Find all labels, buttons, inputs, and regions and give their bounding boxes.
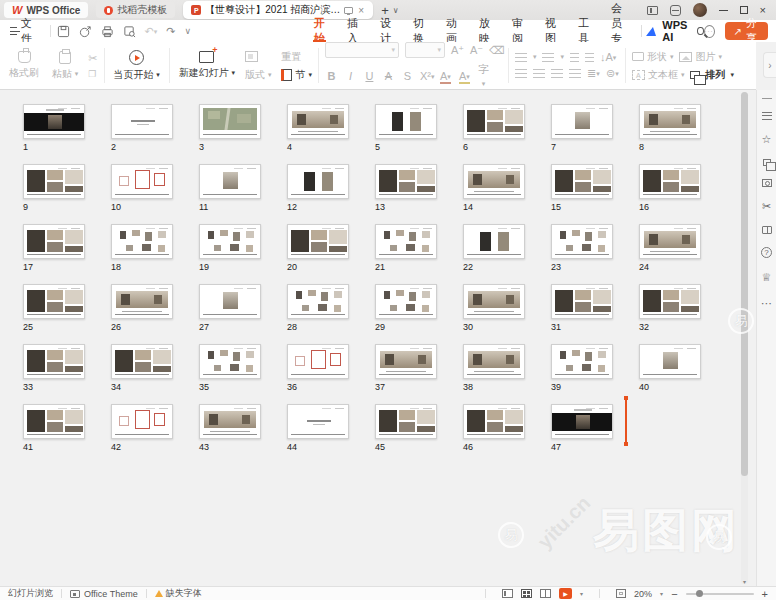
zoom-slider[interactable]: [686, 593, 754, 595]
slide-thumbnail[interactable]: [287, 284, 349, 319]
slide-thumbnail[interactable]: [111, 344, 173, 379]
slide-thumbnail[interactable]: [111, 104, 173, 139]
slide-thumbnail[interactable]: [463, 104, 525, 139]
bold-button[interactable]: B: [325, 70, 338, 82]
slide-thumbnail[interactable]: [375, 104, 437, 139]
slide-thumbnail[interactable]: [551, 164, 613, 199]
slide-thumbnail[interactable]: [463, 344, 525, 379]
zoom-in-button[interactable]: +: [762, 588, 768, 600]
line-spacing-icon[interactable]: ≣▾: [587, 67, 600, 80]
decrease-indent-icon[interactable]: [570, 53, 579, 62]
picture-button[interactable]: 图片 ▾: [679, 50, 722, 64]
slide-thumbnail[interactable]: [199, 404, 261, 439]
slide-layout-icon[interactable]: [245, 51, 258, 62]
font-family-select[interactable]: ▾: [325, 42, 399, 58]
vertical-scrollbar[interactable]: ▾: [741, 92, 748, 584]
new-slide-button[interactable]: 新建幻灯片 ▾: [176, 51, 238, 80]
slide-thumbnail[interactable]: [111, 224, 173, 259]
copy-icon[interactable]: ❐: [88, 69, 97, 79]
maximize-button[interactable]: [740, 6, 748, 14]
align-left-icon[interactable]: [515, 69, 527, 78]
slide-thumbnail[interactable]: [639, 164, 701, 199]
shapes-button[interactable]: 形状 ▾: [632, 50, 674, 64]
print-icon[interactable]: [101, 25, 114, 38]
italic-button[interactable]: I: [344, 70, 357, 82]
present-screen-icon[interactable]: [344, 7, 353, 14]
slide-thumbnail[interactable]: [375, 344, 437, 379]
tab-insert[interactable]: 插入: [336, 20, 369, 42]
theme-name[interactable]: Office Theme: [84, 589, 138, 599]
tab-slideshow[interactable]: 放映: [468, 20, 501, 42]
slideshow-play-button[interactable]: ▶: [559, 588, 572, 599]
increase-indent-icon[interactable]: [585, 53, 594, 62]
slide-thumbnail[interactable]: [199, 344, 261, 379]
bullet-list-icon[interactable]: [515, 53, 527, 62]
object-properties-icon[interactable]: [762, 112, 772, 120]
decrease-font-icon[interactable]: A⁻: [470, 44, 483, 57]
tab-tools[interactable]: 工具: [567, 20, 600, 42]
membership-crown-icon[interactable]: ♕: [762, 271, 772, 284]
layout-button[interactable]: 版式 ▾: [245, 68, 271, 82]
ribbon-expand-button[interactable]: ›: [763, 52, 776, 78]
slide-sorter-canvas[interactable]: 1234567891011121314151617181920212223242…: [0, 90, 756, 586]
slide-thumbnail[interactable]: [199, 164, 261, 199]
design-tools-icon[interactable]: ✂: [762, 200, 771, 213]
slide-thumbnail[interactable]: [375, 284, 437, 319]
highlight-button[interactable]: A▾: [458, 70, 471, 82]
reset-button[interactable]: 重置: [281, 50, 312, 64]
slide-thumbnail[interactable]: [639, 344, 701, 379]
normal-view-button[interactable]: [502, 589, 513, 598]
format-painter-button[interactable]: 格式刷: [6, 51, 42, 80]
print-preview-icon[interactable]: [123, 25, 136, 38]
align-right-icon[interactable]: [551, 69, 563, 78]
slide-thumbnail[interactable]: [199, 284, 261, 319]
slide-thumbnail[interactable]: [551, 224, 613, 259]
align-center-icon[interactable]: [533, 69, 545, 78]
close-tab-icon[interactable]: ×: [357, 5, 365, 16]
zoom-level[interactable]: 20%: [634, 589, 652, 599]
tab-home[interactable]: 开始: [303, 20, 336, 42]
slide-thumbnail[interactable]: [287, 224, 349, 259]
section-button[interactable]: 节 ▾: [281, 68, 312, 82]
superscript-button[interactable]: X²▾: [420, 70, 433, 82]
slide-thumbnail[interactable]: [23, 284, 85, 319]
slide-thumbnail[interactable]: [375, 404, 437, 439]
slide-thumbnail[interactable]: [111, 404, 173, 439]
reading-view-button[interactable]: [540, 589, 551, 598]
slide-thumbnail[interactable]: [287, 164, 349, 199]
textbox-button[interactable]: A文本框 ▾: [632, 68, 685, 82]
favorites-star-icon[interactable]: ☆: [762, 133, 772, 146]
share-button[interactable]: ↗ 分享: [725, 22, 768, 40]
slide-thumbnail[interactable]: [463, 404, 525, 439]
export-icon[interactable]: [79, 25, 92, 38]
slide-thumbnail[interactable]: [23, 344, 85, 379]
strikethrough-button[interactable]: A: [382, 70, 395, 82]
slide-thumbnail[interactable]: [463, 224, 525, 259]
tab-active-document[interactable]: P 【世尊设计】2021 招商沪滨… ×: [183, 1, 373, 19]
undo-icon[interactable]: ↶▾: [145, 25, 158, 38]
slide-thumbnail[interactable]: [287, 404, 349, 439]
zoom-chevron-icon[interactable]: ▾: [660, 590, 663, 597]
tab-docer-templates[interactable]: 找稻壳模板: [96, 2, 175, 18]
columns-icon[interactable]: ⊜▾: [606, 67, 619, 80]
slide-thumbnail[interactable]: [375, 164, 437, 199]
save-icon[interactable]: [57, 25, 70, 38]
tab-view[interactable]: 视图: [534, 20, 567, 42]
search-icon[interactable]: [697, 27, 703, 35]
slide-thumbnail[interactable]: [199, 104, 261, 139]
slide-thumbnail[interactable]: [199, 224, 261, 259]
scroll-down-arrow-icon[interactable]: ▾: [741, 578, 748, 585]
split-view-icon[interactable]: [647, 6, 658, 15]
slide-thumbnail[interactable]: [639, 284, 701, 319]
paste-button[interactable]: 粘贴 ▾: [49, 51, 81, 81]
cut-icon[interactable]: ✂: [88, 52, 97, 65]
slide-thumbnail[interactable]: [463, 164, 525, 199]
slide-thumbnail[interactable]: [551, 404, 613, 439]
slide-thumbnail[interactable]: [23, 224, 85, 259]
start-from-current-button[interactable]: 当页开始 ▾: [111, 50, 163, 82]
close-window-button[interactable]: ×: [760, 5, 766, 16]
slide-sorter-view-button[interactable]: [521, 589, 532, 598]
user-avatar[interactable]: [693, 3, 707, 17]
arrange-button[interactable]: 排列 ▾: [690, 68, 734, 82]
increase-font-icon[interactable]: A⁺: [451, 44, 464, 57]
